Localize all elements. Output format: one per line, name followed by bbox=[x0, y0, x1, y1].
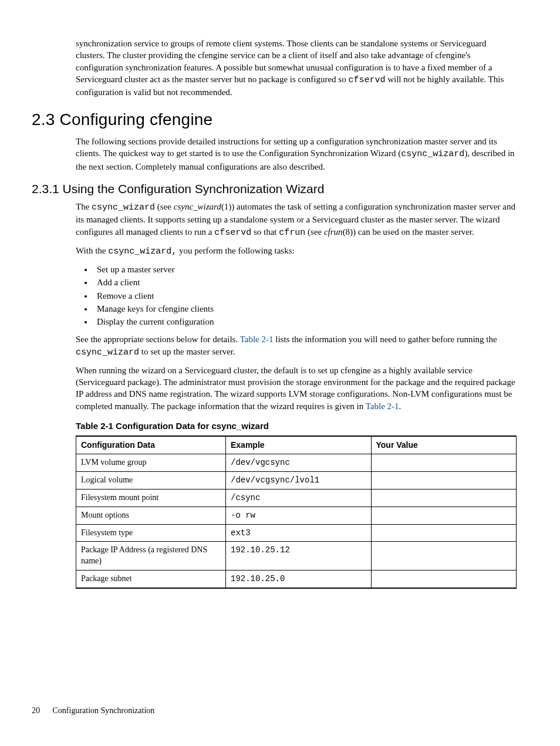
cell-your-value bbox=[371, 524, 517, 542]
text: (see bbox=[155, 202, 174, 211]
configuration-data-table: Configuration Data Example Your Value LV… bbox=[76, 436, 517, 589]
code-csync-wizard: csync_wizard bbox=[401, 149, 464, 159]
text: When running the wizard on a Serviceguar… bbox=[76, 366, 515, 411]
cell-config-data: Package subnet bbox=[76, 571, 226, 588]
table-row: Filesystem typeext3 bbox=[76, 524, 517, 542]
text: to set up the master server. bbox=[139, 347, 235, 356]
col-header-config-data: Configuration Data bbox=[76, 436, 226, 454]
cell-your-value bbox=[371, 471, 517, 489]
col-header-your-value: Your Value bbox=[371, 436, 517, 454]
cell-example: 192.10.25.0 bbox=[226, 571, 372, 588]
list-item: Remove a client bbox=[93, 290, 517, 302]
list-item: Set up a master server bbox=[93, 264, 517, 275]
table-row: Package subnet192.10.25.0 bbox=[76, 571, 517, 588]
table-caption: Table 2-1 Configuration Data for csync_w… bbox=[76, 420, 517, 432]
table-2-1-link[interactable]: Table 2-1 bbox=[366, 401, 399, 411]
cell-your-value bbox=[371, 454, 517, 472]
table-row: Logical volume/dev/vcgsync/lvol1 bbox=[76, 471, 517, 489]
cell-your-value bbox=[371, 489, 517, 507]
table-row: Package IP Address (a registered DNS nam… bbox=[76, 542, 517, 571]
intro-paragraph: synchronization service to groups of rem… bbox=[76, 38, 517, 98]
manpage-ref: cfrun bbox=[324, 227, 343, 237]
list-item: Display the current configuration bbox=[93, 316, 517, 328]
tasks-intro-paragraph: With the csync_wizard, you perform the f… bbox=[76, 245, 517, 258]
section-intro-paragraph: The following sections provide detailed … bbox=[76, 136, 517, 173]
code-csync-wizard: csync_wizard bbox=[92, 202, 155, 212]
text: lists the information you will need to g… bbox=[273, 335, 497, 344]
cell-config-data: Package IP Address (a registered DNS nam… bbox=[76, 542, 226, 571]
list-item: Manage keys for cfengine clients bbox=[93, 303, 517, 315]
table-row: Filesystem mount point/csync bbox=[76, 489, 517, 507]
list-item: Add a client bbox=[93, 276, 517, 288]
code-csync-wizard: csync_wizard, bbox=[108, 247, 177, 256]
text: . bbox=[399, 401, 402, 411]
cell-your-value bbox=[371, 507, 517, 524]
code-cfrun: cfrun bbox=[279, 228, 305, 238]
text: With the bbox=[76, 246, 108, 255]
text: you perform the following tasks: bbox=[177, 246, 294, 255]
code-csync-wizard: csync_wizard bbox=[76, 347, 139, 357]
cell-your-value bbox=[371, 571, 517, 588]
cell-example: -o rw bbox=[226, 507, 372, 524]
table-row: LVM volume group/dev/vgcsync bbox=[76, 454, 517, 472]
cell-config-data: Mount options bbox=[76, 507, 226, 524]
text: so that bbox=[251, 227, 279, 237]
cell-config-data: Logical volume bbox=[76, 471, 226, 489]
footer-title: Configuration Synchronization bbox=[53, 706, 155, 715]
col-header-example: Example bbox=[226, 436, 372, 454]
page-number: 20 bbox=[32, 706, 40, 715]
cell-config-data: Filesystem type bbox=[76, 524, 226, 542]
text: The bbox=[76, 202, 92, 211]
subsection-heading-2-3-1: 2.3.1 Using the Configuration Synchroniz… bbox=[32, 181, 528, 197]
wizard-description-paragraph: The csync_wizard (see csync_wizard(1)) a… bbox=[76, 201, 517, 239]
table-2-1-link[interactable]: Table 2-1 bbox=[240, 335, 274, 344]
table-row: Mount options-o rw bbox=[76, 507, 517, 524]
tasks-list: Set up a master server Add a client Remo… bbox=[76, 264, 517, 328]
text: (see bbox=[305, 227, 324, 237]
serviceguard-paragraph: When running the wizard on a Serviceguar… bbox=[76, 364, 517, 412]
cell-example: 192.10.25.12 bbox=[226, 542, 372, 571]
table-header-row: Configuration Data Example Your Value bbox=[76, 436, 517, 454]
cell-example: ext3 bbox=[226, 524, 372, 542]
cell-your-value bbox=[371, 542, 517, 571]
cell-example: /dev/vcgsync/lvol1 bbox=[226, 471, 372, 489]
cell-example: /dev/vgcsync bbox=[226, 454, 372, 472]
see-sections-paragraph: See the appropriate sections below for d… bbox=[76, 333, 517, 359]
section-heading-2-3: 2.3 Configuring cfengine bbox=[32, 109, 528, 131]
code-cfservd: cfservd bbox=[214, 228, 251, 238]
manpage-ref: csync_wizard bbox=[174, 202, 221, 211]
cell-config-data: Filesystem mount point bbox=[76, 489, 226, 507]
cell-config-data: LVM volume group bbox=[76, 454, 226, 472]
text: (8)) can be used on the master server. bbox=[343, 227, 474, 237]
cell-example: /csync bbox=[226, 489, 372, 507]
page-footer: 20 Configuration Synchronization bbox=[32, 706, 154, 717]
code-cfservd: cfservd bbox=[348, 75, 385, 85]
text: See the appropriate sections below for d… bbox=[76, 335, 240, 344]
